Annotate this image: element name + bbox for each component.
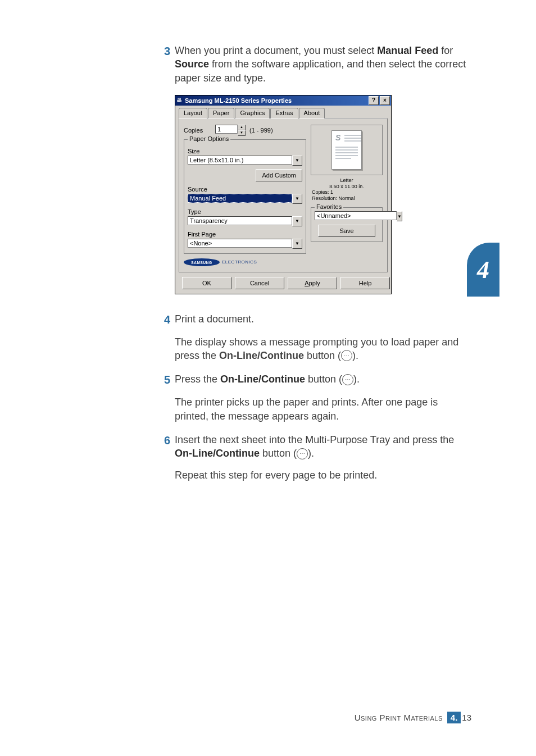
step-text: Print a document.	[175, 312, 254, 326]
tab-extras[interactable]: Extras	[270, 108, 298, 119]
tab-about[interactable]: About	[299, 108, 325, 119]
step-6: 6 Insert the next sheet into the Multi-P…	[155, 433, 469, 461]
add-custom-button[interactable]: Add Custom	[256, 169, 302, 181]
t: ).	[353, 374, 360, 385]
type-label: Type	[188, 208, 302, 215]
apply-button[interactable]: Apply	[288, 277, 337, 289]
spin-down-icon[interactable]: ▼	[238, 130, 246, 136]
svg-text:SAMSUNG: SAMSUNG	[191, 260, 212, 264]
source-combo[interactable]: ▼	[188, 194, 302, 204]
tab-strip: Layout Paper Graphics Extras About	[179, 108, 388, 119]
t: Insert the next sheet into the Multi-Pur…	[175, 434, 454, 445]
info-line: 8.50 x 11.00 in.	[311, 184, 383, 190]
content-area: 3 When you print a document, you must se…	[155, 44, 469, 492]
footer-caption: Using Print Materials	[355, 713, 443, 722]
firstpage-combo[interactable]: ▼	[188, 239, 302, 249]
step-5-sub: The printer picks up the paper and print…	[175, 395, 469, 423]
info-line: Copies: 1	[311, 189, 383, 195]
printer-icon: 🖶	[176, 97, 182, 103]
online-continue-icon: ⋯	[342, 374, 353, 385]
step-text: When you print a document, you must sele…	[175, 44, 469, 85]
t: from the software application, and then …	[175, 58, 466, 83]
t: for	[438, 45, 453, 56]
step-text: Insert the next sheet into the Multi-Pur…	[175, 433, 469, 461]
dialog-buttons: OK Cancel Apply Help	[179, 277, 388, 289]
size-combo[interactable]: ▼	[188, 156, 302, 166]
paper-options-group: Paper Options Size ▼ Add Custom Source	[184, 139, 306, 254]
info-line: Letter	[311, 177, 383, 184]
page-footer: Using Print Materials 4. 13	[0, 712, 536, 723]
t: ).	[308, 448, 314, 459]
cancel-button[interactable]: Cancel	[235, 277, 284, 289]
online-continue-icon: ⋯	[341, 350, 352, 361]
chapter-number: 4	[477, 256, 489, 284]
help-titlebar-button[interactable]: ?	[369, 96, 379, 105]
copies-input[interactable]	[215, 125, 238, 134]
help-button[interactable]: Help	[340, 277, 390, 289]
brand-row: SAMSUNG ELECTRONICS	[184, 258, 306, 266]
size-label: Size	[188, 148, 302, 154]
step-text: Press the On-Line/Continue button (⋯).	[175, 372, 360, 386]
source-value[interactable]	[188, 194, 292, 203]
step-3: 3 When you print a document, you must se…	[155, 44, 469, 85]
brand-sub: ELECTRONICS	[222, 259, 257, 265]
copies-label: Copies	[184, 127, 211, 134]
bold: On-Line/Continue	[219, 350, 304, 361]
close-titlebar-button[interactable]: ×	[380, 96, 390, 105]
bold: Manual Feed	[377, 45, 438, 56]
size-value[interactable]	[188, 156, 292, 165]
chevron-down-icon[interactable]: ▼	[292, 239, 302, 249]
copies-range: (1 - 999)	[249, 127, 273, 134]
favorites-value[interactable]	[315, 211, 397, 220]
tab-paper[interactable]: Paper	[208, 108, 234, 119]
online-continue-icon: ⋯	[297, 448, 308, 459]
step-number: 4	[155, 312, 170, 327]
footer-chapter-badge: 4.	[447, 712, 461, 723]
type-combo[interactable]: ▼	[188, 216, 302, 226]
step-6-sub: Repeat this step for every page to be pr…	[175, 468, 469, 482]
add-custom-row: Add Custom	[188, 169, 302, 181]
type-value[interactable]	[188, 216, 292, 225]
dialog-body: Layout Paper Graphics Extras About Copie…	[175, 106, 391, 294]
chevron-down-icon[interactable]: ▼	[292, 216, 302, 226]
copies-spinner[interactable]: ▲ ▼	[215, 125, 246, 136]
left-column: Copies ▲ ▼ (1 - 999)	[184, 125, 306, 266]
bold: Source	[175, 58, 209, 70]
chapter-side-tab: 4	[467, 243, 499, 297]
favorites-label: Favorites	[315, 203, 343, 210]
titlebar: 🖶 Samsung ML-2150 Series Properties ? ×	[175, 95, 391, 106]
preview-page-icon: S	[331, 130, 362, 170]
bold: On-Line/Continue	[220, 374, 305, 385]
source-label: Source	[188, 186, 302, 193]
properties-dialog: 🖶 Samsung ML-2150 Series Properties ? × …	[175, 95, 392, 294]
step-number: 5	[155, 372, 170, 388]
step-5: 5 Press the On-Line/Continue button (⋯).	[155, 372, 469, 388]
tab-graphics[interactable]: Graphics	[235, 108, 270, 119]
ok-button[interactable]: OK	[182, 277, 231, 289]
title-text: Samsung ML-2150 Series Properties	[184, 97, 367, 104]
save-button[interactable]: Save	[318, 225, 375, 237]
right-column: S Letter 8.50 x 11.00 in. Cop	[311, 125, 383, 266]
chevron-down-icon[interactable]: ▼	[292, 194, 302, 204]
copies-row: Copies ▲ ▼ (1 - 999)	[184, 125, 306, 136]
t: button (	[305, 374, 342, 385]
step-4-sub: The display shows a message prompting yo…	[175, 335, 469, 363]
chevron-down-icon[interactable]: ▼	[292, 156, 302, 166]
step-number: 6	[155, 433, 170, 448]
spin-up-icon[interactable]: ▲	[238, 125, 246, 130]
info-line: Resolution: Normal	[311, 195, 383, 202]
t: When you print a document, you must sele…	[175, 45, 377, 56]
step-4: 4 Print a document.	[155, 312, 469, 327]
chevron-down-icon[interactable]: ▼	[397, 211, 402, 221]
step-number: 3	[155, 44, 170, 59]
page-preview: S	[311, 125, 383, 175]
t: Press the	[175, 374, 220, 385]
favorites-combo[interactable]: ▼	[315, 211, 379, 221]
dialog-screenshot: 🖶 Samsung ML-2150 Series Properties ? × …	[175, 95, 469, 294]
firstpage-value[interactable]	[188, 239, 292, 248]
t: ).	[352, 350, 358, 361]
tab-pane: Copies ▲ ▼ (1 - 999)	[179, 119, 388, 272]
tab-layout[interactable]: Layout	[179, 108, 207, 119]
favorites-group: Favorites ▼ Save	[311, 207, 383, 242]
t: button (	[304, 350, 341, 361]
